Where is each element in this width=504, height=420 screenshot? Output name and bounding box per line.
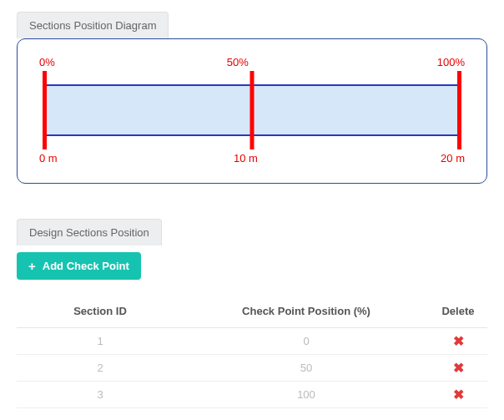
distance-mid: 10 m bbox=[54, 152, 437, 164]
tab-diagram[interactable]: Sections Position Diagram bbox=[17, 12, 169, 38]
design-section: Design Sections Position + Add Check Poi… bbox=[17, 219, 487, 408]
add-button-label: Add Check Point bbox=[43, 260, 129, 272]
cell-pos: 50 bbox=[184, 355, 429, 382]
tick-mid bbox=[250, 71, 255, 149]
percent-right: 100% bbox=[437, 56, 465, 68]
diagram-card: 0% 50% 100% 0 m 10 m 20 m bbox=[17, 38, 487, 184]
cell-pos: 0 bbox=[184, 328, 429, 355]
diagram-section: Sections Position Diagram 0% 50% 100% 0 … bbox=[17, 12, 487, 184]
cell-id: 3 bbox=[17, 382, 184, 408]
percent-mid: 50% bbox=[47, 56, 429, 68]
table-row: 2 50 ✖ bbox=[17, 355, 487, 382]
distance-labels: 0 m 10 m 20 m bbox=[39, 152, 465, 164]
col-delete: Delete bbox=[429, 295, 487, 328]
col-section-id: Section ID bbox=[17, 295, 184, 328]
add-check-point-button[interactable]: + Add Check Point bbox=[17, 252, 141, 280]
cell-id: 2 bbox=[17, 355, 184, 382]
table-row: 1 0 ✖ bbox=[17, 328, 487, 355]
distance-right: 20 m bbox=[441, 152, 465, 164]
beam-chart bbox=[39, 71, 465, 149]
col-position: Check Point Position (%) bbox=[184, 295, 429, 328]
delete-icon[interactable]: ✖ bbox=[453, 361, 464, 375]
delete-icon[interactable]: ✖ bbox=[453, 334, 464, 348]
sections-table: Section ID Check Point Position (%) Dele… bbox=[17, 295, 487, 408]
tick-right bbox=[457, 71, 461, 149]
table-row: 3 100 ✖ bbox=[17, 382, 487, 408]
plus-icon: + bbox=[28, 260, 36, 272]
cell-id: 1 bbox=[17, 328, 184, 355]
tick-left bbox=[43, 71, 47, 149]
tab-design[interactable]: Design Sections Position bbox=[17, 219, 162, 245]
percent-labels: 0% 50% 100% bbox=[39, 56, 465, 68]
delete-icon[interactable]: ✖ bbox=[453, 387, 464, 402]
cell-pos: 100 bbox=[184, 382, 429, 408]
